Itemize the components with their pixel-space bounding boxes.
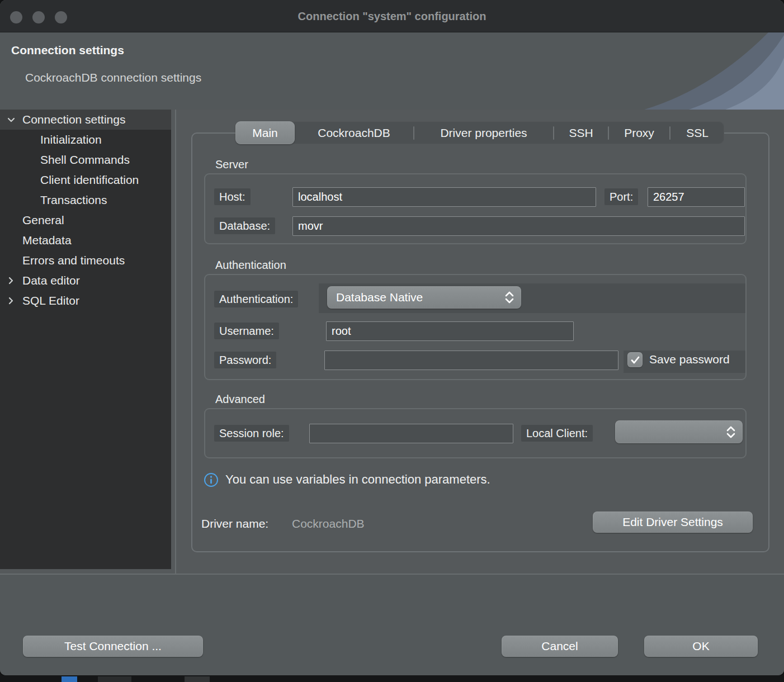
settings-tree: Connection settings Initialization Shell… [0,110,171,569]
tab-proxy[interactable]: Proxy [609,121,669,144]
tab-ssl[interactable]: SSL [670,121,724,144]
dialog-footer [0,575,784,675]
session-role-label: Session role: [214,425,289,442]
header-title: Connection settings [11,44,124,57]
session-role-input[interactable] [309,424,513,443]
sidebar-divider [175,110,176,574]
sidebar-item-client-identification[interactable]: Client identification [0,170,171,190]
database-input[interactable] [292,216,745,236]
local-client-label: Local Client: [521,425,593,442]
database-label: Database: [214,217,275,234]
tab-bar: Main CockroachDB Driver properties SSH P… [235,121,724,144]
edit-driver-settings-button[interactable]: Edit Driver Settings [593,512,753,533]
info-icon [204,472,219,487]
save-password-checkbox[interactable] [627,352,643,367]
dialog-header: Connection settings CockroachDB connecti… [0,32,784,110]
authentication-group-title: Authentication [215,259,286,272]
window-title: Connection "system" configuration [0,0,784,32]
header-decoration [605,32,784,110]
desktop-background [0,675,784,682]
chevron-right-icon[interactable] [6,275,17,286]
up-down-arrows-icon [503,290,516,305]
checkmark-icon [630,354,641,366]
cancel-button[interactable]: Cancel [502,636,618,657]
chevron-down-icon[interactable] [6,114,17,125]
authentication-label: Authentication: [214,291,298,307]
driver-name-value: CockroachDB [292,517,365,531]
auth-type-select[interactable]: Database Native [327,286,521,309]
host-input[interactable] [292,187,596,207]
host-label: Host: [214,188,251,205]
sidebar-item-sql-editor[interactable]: SQL Editor [0,291,171,311]
tab-ssh[interactable]: SSH [554,121,608,144]
sidebar-item-connection-settings[interactable]: Connection settings [0,110,171,130]
tab-driver-properties[interactable]: Driver properties [414,121,553,144]
background-app-sliver [98,676,131,682]
port-label: Port: [604,188,638,205]
test-connection-button[interactable]: Test Connection ... [23,636,203,657]
port-input[interactable] [648,187,745,207]
sidebar-item-general[interactable]: General [0,210,171,230]
local-client-select[interactable] [615,420,743,443]
connection-configuration-dialog: Connection "system" configuration Connec… [0,0,784,682]
chevron-right-icon[interactable] [6,295,17,306]
tab-cockroachdb[interactable]: CockroachDB [295,121,413,144]
background-app-sliver [185,676,210,682]
header-subtitle: CockroachDB connection settings [25,71,201,84]
titlebar: Connection "system" configuration [0,0,784,32]
save-password-label[interactable]: Save password [649,353,730,366]
password-label: Password: [214,352,276,368]
server-group-title: Server [215,158,248,171]
sidebar-item-shell-commands[interactable]: Shell Commands [0,150,171,170]
driver-name-label: Driver name: [201,517,268,531]
sidebar-item-initialization[interactable]: Initialization [0,130,171,150]
advanced-group-title: Advanced [215,393,265,406]
ok-button[interactable]: OK [644,636,758,657]
username-label: Username: [214,323,279,339]
password-input[interactable] [324,351,618,370]
background-app-sliver [62,676,77,682]
sidebar-item-data-editor[interactable]: Data editor [0,271,171,291]
info-message: You can use variables in connection para… [225,472,490,487]
sidebar-item-transactions[interactable]: Transactions [0,190,171,210]
dialog-window: Connection "system" configuration Connec… [0,0,784,675]
up-down-arrows-icon [725,424,737,440]
username-input[interactable] [326,321,574,341]
sidebar-item-errors-and-timeouts[interactable]: Errors and timeouts [0,250,171,271]
sidebar-item-metadata[interactable]: Metadata [0,230,171,250]
tab-main[interactable]: Main [235,121,295,144]
